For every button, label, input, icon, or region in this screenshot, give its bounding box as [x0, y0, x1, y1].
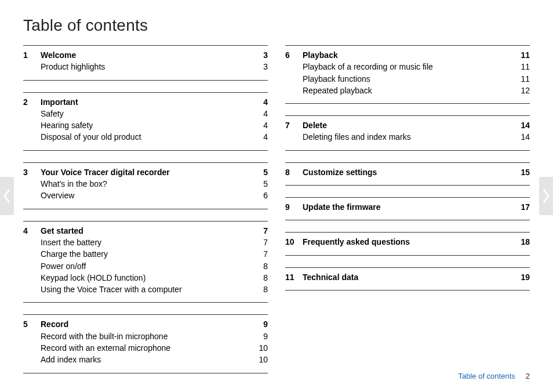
toc-entry[interactable]: What's in the box?5	[23, 178, 268, 190]
entry-page: 10	[253, 342, 268, 354]
toc-heading[interactable]: 4Get started7	[23, 225, 268, 237]
section-number: 4	[23, 225, 37, 237]
entry-label: Product highlights	[37, 61, 253, 72]
toc-section: 1Welcome3Product highlights3	[23, 45, 268, 81]
section-number: 10	[285, 236, 299, 248]
toc-entry[interactable]: Hearing safety4	[23, 119, 268, 131]
document-page: Table of contents 1Welcome3Product highl…	[23, 12, 530, 380]
toc-entry[interactable]: Overview6	[23, 190, 268, 201]
section-page: 5	[253, 166, 268, 178]
footer-page-number: 2	[526, 372, 530, 380]
entry-page: 10	[253, 354, 268, 365]
entry-label: Insert the battery	[37, 237, 253, 248]
entry-label: What's in the box?	[37, 178, 253, 190]
toc-heading[interactable]: 2Important4	[23, 96, 268, 108]
entry-label: Using the Voice Tracer with a computer	[37, 284, 253, 295]
toc-heading[interactable]: 10Frequently asked questions18	[285, 236, 530, 248]
footer-label: Table of contents	[458, 372, 515, 380]
entry-page: 7	[253, 248, 268, 260]
entry-page: 4	[253, 119, 268, 131]
entry-label: Record with the built-in microphone	[37, 331, 253, 342]
page-footer: Table of contents 2	[458, 372, 530, 380]
section-page: 3	[253, 49, 268, 61]
entry-page: 4	[253, 131, 268, 143]
toc-section: 2Important4Safety4Hearing safety4Disposa…	[23, 92, 268, 151]
entry-page: 11	[515, 61, 530, 72]
page-title: Table of contents	[23, 16, 530, 35]
toc-entry[interactable]: Product highlights3	[23, 61, 268, 72]
section-title: Playback	[299, 49, 515, 61]
toc-entry[interactable]: Record with the built-in microphone9	[23, 331, 268, 342]
section-number: 11	[285, 271, 299, 283]
toc-heading[interactable]: 5Record9	[23, 318, 268, 330]
toc-entry[interactable]: Power on/off8	[23, 260, 268, 272]
toc-heading[interactable]: 9Update the firmware17	[285, 201, 530, 213]
chevron-left-icon	[3, 188, 11, 204]
toc-section: 8Customize settings15	[285, 162, 530, 186]
toc-entry[interactable]: Add index marks10	[23, 354, 268, 365]
entry-label: Add index marks	[37, 354, 253, 365]
toc-entry[interactable]: Disposal of your old product4	[23, 131, 268, 143]
toc-heading[interactable]: 11Technical data19	[285, 271, 530, 283]
entry-label: Playback functions	[299, 73, 515, 85]
toc-entry[interactable]: Playback functions11	[285, 73, 530, 85]
section-page: 7	[253, 225, 268, 237]
toc-section: 7Delete14Deleting files and index marks1…	[285, 115, 530, 151]
section-number: 5	[23, 318, 37, 330]
section-title: Frequently asked questions	[299, 236, 515, 248]
entry-label: Record with an external microphone	[37, 342, 253, 354]
toc-heading[interactable]: 6Playback11	[285, 49, 530, 61]
section-number: 9	[285, 201, 299, 213]
entry-page: 7	[253, 237, 268, 248]
section-title: Update the firmware	[299, 201, 515, 213]
toc-section: 9Update the firmware17	[285, 197, 530, 220]
toc-section: 10Frequently asked questions18	[285, 232, 530, 255]
toc-entry[interactable]: Charge the battery7	[23, 248, 268, 260]
next-page-button[interactable]	[539, 177, 553, 215]
section-page: 18	[515, 236, 530, 248]
entry-page: 9	[253, 331, 268, 342]
toc-entry[interactable]: Repeated playback12	[285, 85, 530, 96]
toc-heading[interactable]: 8Customize settings15	[285, 166, 530, 178]
toc-section: 5Record9Record with the built-in microph…	[23, 314, 268, 373]
toc-column-left: 1Welcome3Product highlights32Important4S…	[23, 45, 268, 385]
toc-section: 4Get started7Insert the battery7Charge t…	[23, 221, 268, 303]
section-title: Important	[37, 96, 253, 108]
entry-page: 14	[515, 131, 530, 143]
section-number: 8	[285, 166, 299, 178]
toc-entry[interactable]: Record with an external microphone10	[23, 342, 268, 354]
chevron-right-icon	[542, 188, 550, 204]
toc-entry[interactable]: Keypad lock (HOLD function)8	[23, 272, 268, 284]
entry-label: Safety	[37, 108, 253, 119]
section-title: Your Voice Tracer digital recorder	[37, 166, 253, 178]
section-title: Delete	[299, 119, 515, 131]
section-page: 17	[515, 201, 530, 213]
section-number: 6	[285, 49, 299, 61]
entry-label: Hearing safety	[37, 119, 253, 131]
entry-page: 5	[253, 178, 268, 190]
toc-entry[interactable]: Using the Voice Tracer with a computer8	[23, 284, 268, 295]
entry-label: Charge the battery	[37, 248, 253, 260]
entry-label: Playback of a recording or music file	[299, 61, 515, 72]
entry-page: 12	[515, 85, 530, 96]
section-page: 11	[515, 49, 530, 61]
section-title: Get started	[37, 225, 253, 237]
section-page: 9	[253, 318, 268, 330]
toc-heading[interactable]: 1Welcome3	[23, 49, 268, 61]
prev-page-button[interactable]	[0, 177, 14, 215]
entry-page: 3	[253, 61, 268, 72]
section-page: 19	[515, 271, 530, 283]
toc-entry[interactable]: Playback of a recording or music file11	[285, 61, 530, 72]
entry-page: 4	[253, 108, 268, 119]
toc-entry[interactable]: Insert the battery7	[23, 237, 268, 248]
toc-section: 11Technical data19	[285, 267, 530, 291]
toc-heading[interactable]: 7Delete14	[285, 119, 530, 131]
toc-heading[interactable]: 3Your Voice Tracer digital recorder5	[23, 166, 268, 178]
entry-label: Deleting files and index marks	[299, 131, 515, 143]
entry-page: 11	[515, 73, 530, 85]
section-title: Technical data	[299, 271, 515, 283]
toc-columns: 1Welcome3Product highlights32Important4S…	[23, 45, 530, 385]
section-page: 15	[515, 166, 530, 178]
toc-entry[interactable]: Safety4	[23, 108, 268, 119]
toc-entry[interactable]: Deleting files and index marks14	[285, 131, 530, 143]
